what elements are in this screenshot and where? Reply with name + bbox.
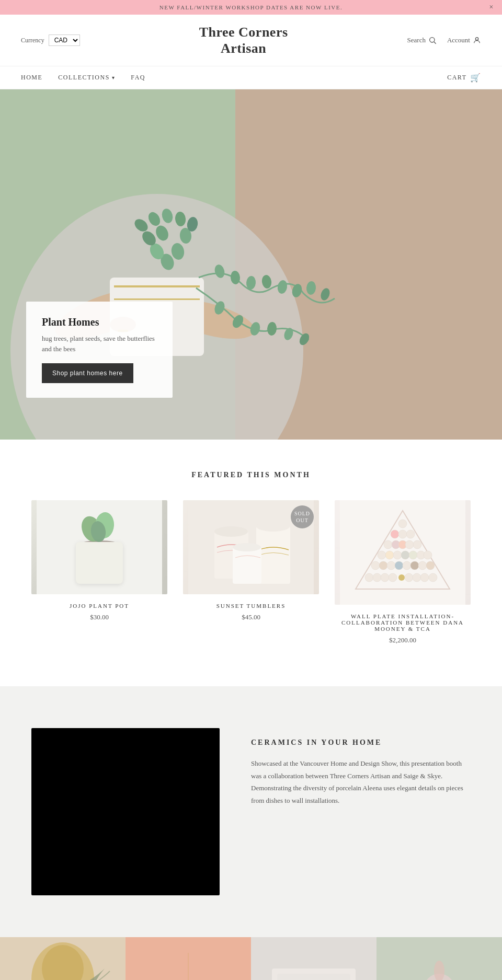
svg-point-96 — [429, 573, 437, 582]
svg-point-57 — [214, 526, 248, 537]
svg-point-64 — [398, 520, 407, 528]
ceramics-content: CERAMICS IN YOUR HOME Showcased at the V… — [251, 728, 471, 806]
svg-point-45 — [115, 562, 116, 564]
svg-rect-104 — [126, 937, 251, 980]
announcement-bar: NEW FALL/WINTER WORKSHOP DATES ARE NOW L… — [0, 0, 502, 15]
svg-line-1 — [434, 42, 436, 44]
gallery-image-4 — [376, 937, 502, 980]
nav-home[interactable]: HOME — [21, 74, 42, 82]
cart-label: Cart — [447, 74, 466, 82]
currency-dropdown[interactable]: CAD — [49, 34, 80, 46]
product-wall-image-wrapper — [335, 500, 471, 605]
ceramics-video[interactable] — [31, 728, 220, 895]
site-title-block: Three Corners Artisan — [199, 24, 288, 56]
product-sunset[interactable]: SOLD OUT SUNSET TUMBLERS $45.00 — [183, 500, 319, 644]
hero-description: hug trees, plant seeds, save the butterf… — [42, 333, 157, 354]
product-sunset-image: SOLD OUT — [183, 500, 319, 594]
product-wall-image — [335, 500, 471, 605]
account-link[interactable]: Account — [447, 36, 481, 44]
svg-point-83 — [395, 561, 403, 570]
svg-point-47 — [109, 570, 111, 572]
nav-links: HOME COLLECTIONS ▾ FAQ — [21, 74, 145, 82]
svg-point-49 — [81, 577, 82, 579]
svg-rect-107 — [277, 974, 350, 980]
gallery-visual-4 — [376, 937, 502, 980]
svg-point-43 — [94, 560, 95, 561]
svg-rect-39 — [37, 500, 162, 594]
svg-point-92 — [389, 573, 397, 582]
header-actions: Search Account — [407, 36, 481, 44]
product-sunset-price: $45.00 — [183, 613, 319, 621]
svg-rect-40 — [76, 542, 123, 584]
svg-point-81 — [379, 561, 387, 570]
main-nav: HOME COLLECTIONS ▾ FAQ Cart 🛒 — [0, 66, 502, 89]
nav-collections-label: COLLECTIONS — [58, 74, 110, 82]
gallery-item-2 — [126, 937, 251, 980]
search-link[interactable]: Search — [407, 36, 437, 44]
wall-plate-visual — [335, 500, 471, 605]
gallery-image-1 — [0, 937, 126, 980]
gallery-item-3 — [251, 937, 376, 980]
svg-rect-41 — [78, 546, 120, 580]
svg-point-87 — [426, 561, 435, 570]
svg-point-74 — [385, 551, 394, 559]
search-icon — [428, 36, 437, 44]
svg-point-65 — [391, 530, 399, 538]
product-jojo[interactable]: JOJO PLANT POT $30.00 — [31, 500, 167, 644]
close-announcement-button[interactable]: × — [489, 3, 494, 11]
hero-cta-button[interactable]: Shop plant homes here — [42, 363, 133, 383]
hero-heading: Plant Homes — [42, 316, 157, 328]
gallery-image-3 — [251, 937, 376, 980]
site-title-line2: Artisan — [199, 40, 288, 56]
products-grid: JOJO PLANT POT $30.00 — [31, 500, 471, 644]
svg-point-80 — [371, 561, 380, 570]
cart-link[interactable]: Cart 🛒 — [447, 73, 481, 83]
svg-point-76 — [401, 551, 409, 559]
product-jojo-price: $30.00 — [31, 613, 167, 621]
svg-point-68 — [384, 540, 392, 549]
hero-overlay: Plant Homes hug trees, plant seeds, save… — [26, 302, 173, 398]
product-sunset-image-wrapper: SOLD OUT — [183, 500, 319, 594]
svg-point-71 — [405, 540, 414, 549]
ceramics-title: CERAMICS IN YOUR HOME — [251, 739, 471, 747]
svg-point-50 — [117, 575, 119, 577]
svg-point-72 — [413, 540, 421, 549]
svg-point-93 — [405, 573, 413, 582]
announcement-text: NEW FALL/WINTER WORKSHOP DATES ARE NOW L… — [159, 4, 343, 10]
svg-point-90 — [373, 573, 381, 582]
product-jojo-image-wrapper — [31, 500, 167, 594]
gallery-image-2 — [126, 937, 251, 980]
nav-collections[interactable]: COLLECTIONS ▾ — [58, 74, 115, 82]
svg-point-61 — [233, 543, 261, 551]
svg-point-84 — [403, 561, 411, 570]
hero-section: Plant Homes hug trees, plant seeds, save… — [0, 89, 502, 440]
svg-point-46 — [88, 567, 90, 569]
sold-out-text: SOLD OUT — [294, 510, 310, 524]
svg-point-91 — [381, 573, 389, 582]
site-title-line1: Three Corners — [199, 24, 288, 40]
jojo-pot-visual — [31, 500, 167, 594]
product-jojo-name: JOJO PLANT POT — [31, 603, 167, 609]
svg-point-67 — [406, 530, 415, 538]
account-label: Account — [447, 36, 470, 44]
site-header: Currency CAD Three Corners Artisan Searc… — [0, 15, 502, 66]
svg-point-48 — [98, 575, 100, 577]
svg-point-79 — [424, 551, 432, 559]
product-wall[interactable]: WALL PLATE INSTALLATION- COLLABORATION B… — [335, 500, 471, 644]
svg-point-73 — [378, 551, 386, 559]
svg-point-89 — [365, 573, 373, 582]
gallery-visual-2 — [126, 937, 251, 980]
nav-home-label: HOME — [21, 74, 42, 82]
svg-point-82 — [387, 561, 395, 570]
svg-point-85 — [410, 561, 419, 570]
svg-point-44 — [104, 556, 106, 558]
svg-point-59 — [256, 521, 290, 532]
product-wall-name: WALL PLATE INSTALLATION- COLLABORATION B… — [335, 613, 471, 632]
svg-point-95 — [420, 573, 429, 582]
collections-chevron-icon: ▾ — [112, 75, 116, 80]
svg-point-42 — [83, 551, 85, 554]
product-jojo-image — [31, 500, 167, 594]
nav-faq[interactable]: FAQ — [131, 74, 145, 82]
svg-point-75 — [393, 551, 402, 559]
svg-rect-60 — [233, 547, 261, 584]
